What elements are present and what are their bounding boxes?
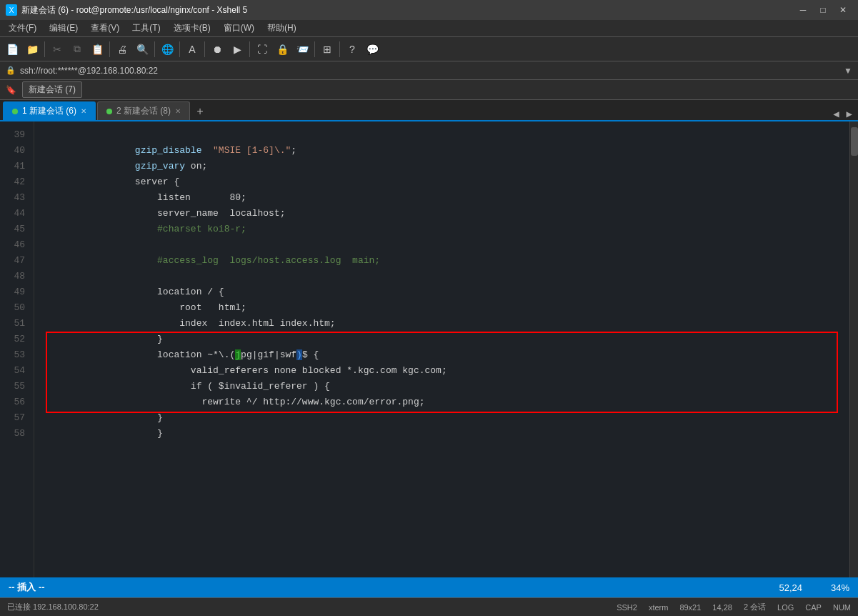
code-line-42: listen 80;: [46, 174, 849, 190]
code-line-41: server {: [46, 159, 849, 174]
toolbar-find[interactable]: 🔍: [133, 40, 151, 59]
menu-view[interactable]: 查看(V): [85, 21, 125, 36]
code-line-52: location ~*\.(jpg|gif|swf)$ {: [46, 332, 849, 347]
menu-tabs[interactable]: 选项卡(B): [168, 21, 216, 36]
toolbar-sep-1: [44, 41, 45, 57]
status-right: 52,24 34%: [779, 582, 849, 593]
window-controls: ─ □ ✕: [794, 3, 852, 17]
toolbar-record[interactable]: ⏺: [208, 40, 226, 59]
menu-file[interactable]: 文件(F): [3, 21, 42, 36]
scroll-percent: 34%: [831, 582, 849, 593]
code-line-53: valid_referers none blocked *.kgc.com kg…: [46, 347, 849, 363]
session-tab-add[interactable]: +: [191, 104, 209, 120]
app-wrapper: X 新建会话 (6) - root@promote:/usr/local/ngi…: [0, 0, 858, 616]
toolbar-sep-4: [179, 41, 180, 57]
toolbar: 📄 📁 ✂ ⧉ 📋 🖨 🔍 🌐 A ⏺ ▶ ⛶ 🔒 📨 ⊞ ? 💬: [0, 37, 858, 61]
code-line-44: #charset koi8-r;: [46, 206, 849, 222]
scrollbar-right[interactable]: [849, 121, 858, 577]
code-line-56: }: [46, 394, 849, 410]
session-tab-2-close[interactable]: ✕: [175, 107, 181, 115]
toolbar-sep-7: [314, 41, 315, 57]
log-indicator: LOG: [777, 603, 794, 612]
code-line-39: gzip_disable "MSIE [1-6]\.";: [46, 127, 849, 143]
code-area: 39 40 41 42 43 44 45 46 47 48 49 50 51 5…: [0, 121, 858, 597]
session-tab-2-dot: [106, 109, 112, 114]
main-area: 39 40 41 42 43 44 45 46 47 48 49 50 51 5…: [0, 121, 858, 597]
code-line-40: gzip_vary on;: [46, 143, 849, 159]
toolbar-cut[interactable]: ✂: [48, 40, 66, 59]
code-line-46: #access_log logs/host.access.log main;: [46, 237, 849, 253]
title-text: 新建会话 (6) - root@promote:/usr/local/nginx…: [21, 4, 247, 16]
toolbar-lock[interactable]: 🔒: [273, 40, 291, 59]
toolbar-sep-3: [154, 41, 155, 57]
insert-mode: -- 插入 --: [9, 581, 45, 594]
session-tab-2[interactable]: 2 新建会话 (8) ✕: [97, 101, 190, 120]
code-line-48: location / {: [46, 269, 849, 284]
line-numbers: 39 40 41 42 43 44 45 46 47 48 49 50 51 5…: [0, 121, 34, 577]
toolbar-sep-2: [109, 41, 110, 57]
toolbar-chat[interactable]: 💬: [363, 40, 381, 59]
lock-icon: 🔒: [6, 66, 16, 75]
ssh-version: SSH2: [617, 603, 637, 612]
minimize-button[interactable]: ─: [794, 3, 812, 17]
code-line-51: }: [46, 316, 849, 332]
code-line-45: [46, 222, 849, 237]
toolbar-globe[interactable]: 🌐: [158, 40, 176, 59]
toolbar-paste[interactable]: 📋: [88, 40, 106, 59]
maximize-button[interactable]: □: [814, 3, 832, 17]
code-line-58: [46, 426, 849, 442]
toolbar-copy[interactable]: ⧉: [68, 40, 86, 59]
toolbar-new[interactable]: 📄: [3, 40, 21, 59]
toolbar-open[interactable]: 📁: [23, 40, 41, 59]
code-line-50: index index.html index.htm;: [46, 300, 849, 316]
menu-help[interactable]: 帮助(H): [261, 21, 302, 36]
code-line-47: [46, 253, 849, 269]
app-icon: X: [6, 4, 17, 16]
cursor-position: 52,24: [779, 582, 802, 593]
toolbar-grid[interactable]: ⊞: [318, 40, 336, 59]
session-tab-1[interactable]: 1 新建会话 (6) ✕: [3, 101, 96, 120]
code-line-54: if ( $invalid_referer ) {: [46, 363, 849, 379]
menu-bar: 文件(F) 编辑(E) 查看(V) 工具(T) 选项卡(B) 窗口(W) 帮助(…: [0, 20, 858, 37]
bookmark-tab-label: 新建会话 (7): [29, 84, 76, 96]
code-line-43: server_name localhost;: [46, 190, 849, 206]
toolbar-sep-6: [249, 41, 250, 57]
menu-tools[interactable]: 工具(T): [126, 21, 166, 36]
terminal-type: xterm: [649, 603, 669, 612]
toolbar-send[interactable]: 📨: [293, 40, 311, 59]
session-count: 2 会话: [744, 602, 766, 612]
code-line-49: root html;: [46, 284, 849, 300]
menu-window[interactable]: 窗口(W): [218, 21, 260, 36]
bookmark-tab-new-session[interactable]: 新建会话 (7): [22, 81, 82, 98]
title-bar: X 新建会话 (6) - root@promote:/usr/local/ngi…: [0, 0, 858, 20]
cap-indicator: CAP: [805, 603, 822, 612]
bottom-position: 14,28: [712, 603, 732, 612]
address-text: ssh://root:******@192.168.100.80:22: [20, 66, 158, 76]
toolbar-sep-8: [339, 41, 340, 57]
session-nav-left[interactable]: ◀: [830, 108, 842, 120]
terminal-size: 89x21: [679, 603, 701, 612]
bottom-right: SSH2 xterm 89x21 14,28 2 会话 LOG CAP NUM: [617, 602, 851, 612]
toolbar-play[interactable]: ▶: [228, 40, 246, 59]
session-tab-bar: 1 新建会话 (6) ✕ 2 新建会话 (8) ✕ + ◀ ▶: [0, 100, 858, 121]
bottom-bar: 已连接 192.168.100.80:22 SSH2 xterm 89x21 1…: [0, 597, 858, 616]
session-tab-1-label: 1 新建会话 (6): [22, 105, 76, 117]
status-bar: -- 插入 -- 52,24 34%: [0, 577, 858, 597]
address-dropdown[interactable]: ▼: [844, 66, 852, 76]
session-tab-1-close[interactable]: ✕: [81, 107, 86, 115]
bookmark-icon: 🔖: [6, 85, 16, 95]
code-line-55: rewrite ^/ http://www.kgc.com/error.png;: [46, 379, 849, 394]
toolbar-sep-5: [204, 41, 205, 57]
toolbar-help[interactable]: ?: [343, 40, 361, 59]
close-button[interactable]: ✕: [834, 3, 852, 17]
toolbar-font[interactable]: A: [183, 40, 201, 59]
toolbar-full[interactable]: ⛶: [253, 40, 271, 59]
toolbar-print[interactable]: 🖨: [113, 40, 131, 59]
session-nav: ◀ ▶: [830, 108, 855, 120]
session-tab-1-dot: [12, 109, 18, 114]
num-indicator: NUM: [833, 603, 851, 612]
bookmark-bar: 🔖 新建会话 (7): [0, 80, 858, 100]
menu-edit[interactable]: 编辑(E): [44, 21, 84, 36]
session-nav-right[interactable]: ▶: [844, 108, 855, 120]
code-line-57: }: [46, 410, 849, 426]
